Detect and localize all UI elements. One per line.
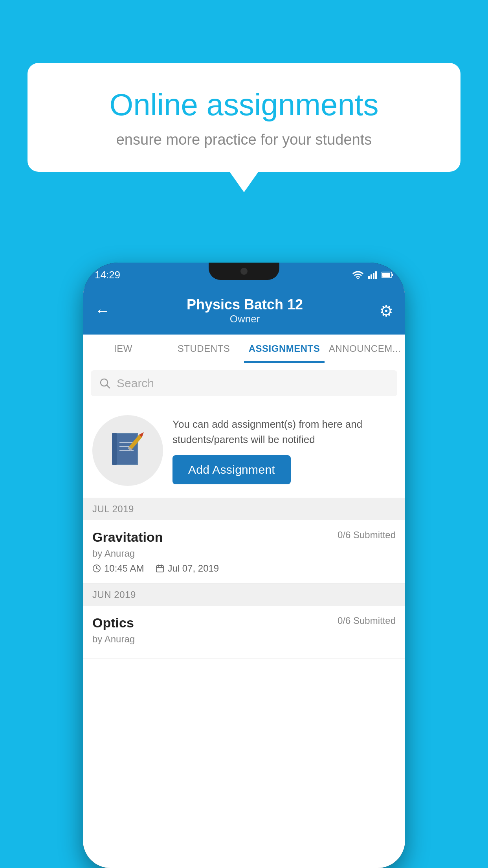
search-bar[interactable]: Search	[91, 370, 397, 396]
battery-icon	[382, 271, 393, 278]
header-center: Physics Batch 12 Owner	[187, 296, 303, 325]
camera-dot	[240, 268, 248, 275]
status-icons	[352, 270, 393, 279]
assignment-author: by Anurag	[92, 548, 396, 559]
svg-rect-7	[382, 273, 390, 277]
svg-point-0	[357, 278, 359, 279]
svg-rect-2	[371, 274, 372, 279]
signal-icon	[368, 270, 377, 279]
month-separator-jul: JUL 2019	[83, 498, 405, 520]
calendar-icon	[156, 564, 164, 573]
search-placeholder: Search	[117, 377, 154, 390]
promo-right: You can add assignment(s) from here and …	[172, 417, 396, 484]
tab-assignments[interactable]: ASSIGNMENTS	[244, 335, 325, 363]
svg-line-9	[107, 385, 110, 388]
svg-rect-6	[392, 274, 393, 276]
assignment-item-optics[interactable]: Optics 0/6 Submitted by Anurag	[83, 606, 405, 658]
phone-frame: 14:29	[83, 263, 405, 868]
settings-icon[interactable]: ⚙	[379, 302, 393, 320]
assignment-title: Gravitation	[92, 530, 163, 545]
wifi-icon	[352, 270, 363, 279]
assignment-author-optics: by Anurag	[92, 634, 396, 645]
promo-section: You can add assignment(s) from here and …	[83, 403, 405, 498]
tab-students[interactable]: STUDENTS	[163, 335, 244, 363]
notebook-icon	[110, 431, 145, 470]
assignment-status-optics: 0/6 Submitted	[338, 615, 396, 626]
add-assignment-button[interactable]: Add Assignment	[172, 455, 291, 484]
tab-iew[interactable]: IEW	[83, 335, 163, 363]
status-time: 14:29	[95, 269, 120, 281]
speech-bubble-container: Online assignments ensure more practice …	[28, 63, 460, 172]
bubble-title: Online assignments	[55, 86, 433, 123]
svg-rect-12	[112, 433, 117, 465]
svg-line-21	[97, 568, 98, 569]
search-icon	[99, 378, 110, 389]
clock-icon	[92, 564, 101, 573]
phone-screen: ← Physics Batch 12 Owner ⚙ IEW STUDENTS …	[83, 287, 405, 868]
search-container: Search	[83, 363, 405, 403]
promo-description: You can add assignment(s) from here and …	[172, 417, 396, 447]
svg-rect-4	[375, 271, 377, 279]
assignment-item-gravitation[interactable]: Gravitation 0/6 Submitted by Anurag 10:4…	[83, 520, 405, 584]
app-header: ← Physics Batch 12 Owner ⚙	[83, 287, 405, 335]
assignment-top-optics: Optics 0/6 Submitted	[92, 615, 396, 631]
assignment-title-optics: Optics	[92, 615, 134, 631]
assignment-status: 0/6 Submitted	[338, 530, 396, 541]
tabs-container: IEW STUDENTS ASSIGNMENTS ANNOUNCEM...	[83, 335, 405, 363]
speech-bubble: Online assignments ensure more practice …	[28, 63, 460, 172]
tab-announcements[interactable]: ANNOUNCEM...	[325, 335, 405, 363]
month-separator-jun: JUN 2019	[83, 584, 405, 606]
header-title: Physics Batch 12	[187, 296, 303, 313]
status-bar: 14:29	[83, 263, 405, 287]
notch	[209, 263, 279, 280]
svg-rect-3	[373, 273, 374, 279]
assignment-meta: 10:45 AM Jul 07, 2019	[92, 563, 396, 574]
bubble-subtitle: ensure more practice for your students	[55, 131, 433, 148]
header-subtitle: Owner	[187, 313, 303, 325]
svg-rect-22	[156, 566, 163, 572]
svg-rect-11	[116, 434, 137, 464]
assignment-time: 10:45 AM	[92, 563, 144, 574]
back-button[interactable]: ←	[95, 302, 110, 320]
svg-rect-1	[368, 276, 370, 279]
assignment-top: Gravitation 0/6 Submitted	[92, 530, 396, 545]
promo-icon-circle	[92, 415, 163, 486]
assignment-date: Jul 07, 2019	[156, 563, 219, 574]
